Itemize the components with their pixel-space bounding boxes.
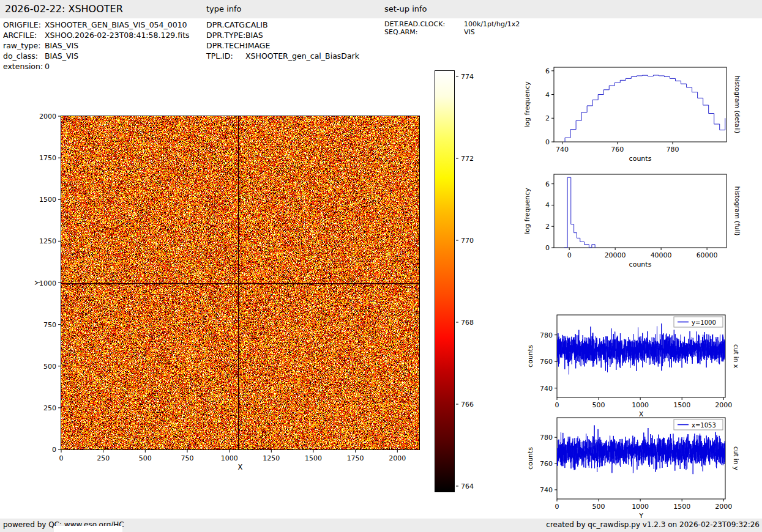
x-tick-label: 0 (555, 503, 559, 511)
y-tick-label: 500 (43, 363, 56, 371)
bias-image-canvas (61, 116, 420, 450)
colorbar (435, 70, 455, 492)
kv-key: extension: (3, 62, 45, 71)
x-tick-label: 1500 (673, 503, 690, 511)
y-tick-label: 760 (540, 358, 553, 366)
y-tick-label: 250 (43, 404, 56, 412)
kv-key: ORIGFILE: (3, 20, 45, 29)
y-tick-label: 0 (545, 138, 550, 146)
type-info-row-type: DPR.TYPE:BIAS (206, 31, 263, 40)
y-tick-label: 6 (545, 180, 550, 188)
type-info-row-catg: DPR.CATG:CALIB (206, 20, 268, 29)
kv-key: DPR.CATG: (206, 20, 245, 29)
y-tick-label: 740 (540, 385, 553, 393)
x-tick-label: 1000 (632, 401, 649, 409)
y-tick-label: 2 (545, 114, 550, 122)
x-tick-label: 0 (567, 251, 572, 259)
file-info-row-doclass: do_class:BIAS_VIS (3, 51, 78, 61)
kv-value: XSHOOTER_GEN_BIAS_VIS_054_0010 (45, 20, 187, 29)
kv-value: VIS (464, 28, 475, 36)
y-tick-label: 780 (540, 331, 553, 339)
legend-label: x=1053 (692, 422, 716, 429)
plot-frame (554, 67, 727, 142)
type-info-row-tplid: TPL.ID:XSHOOTER_gen_cal_BiasDark (206, 51, 359, 61)
colorbar-tick-label: 768 (461, 319, 474, 327)
y-tick-label: 6 (545, 67, 550, 75)
x-axis-label: X (238, 463, 243, 471)
y-tick-label: 0 (52, 446, 56, 454)
y-axis-label: counts (526, 447, 534, 470)
x-tick-label: 0 (555, 401, 559, 409)
colorbar-tick-label: 766 (461, 401, 474, 408)
x-tick-label: 760 (611, 146, 624, 153)
side-label: cut in x (733, 344, 740, 368)
footer-right: created by qc_rawdisp.py v1.2.3 on 2026-… (546, 520, 760, 529)
y-axis-label: counts (526, 345, 534, 368)
y-axis-label: Y (34, 280, 42, 286)
x-tick-label: 0 (59, 454, 64, 462)
x-tick-label: 1500 (673, 401, 690, 409)
x-tick-label: 780 (667, 146, 679, 153)
kv-value: BIAS_VIS (45, 51, 78, 61)
histogram-full-chart: 02000040000600000246countslog frequencyh… (502, 167, 753, 283)
x-tick-label: 250 (97, 454, 110, 462)
kv-key: TPL.ID: (206, 51, 245, 61)
y-tick-label: 4 (545, 91, 550, 99)
x-tick-label: 20000 (605, 251, 626, 259)
x-tick-label: 740 (556, 146, 569, 153)
cut-in-x-chart: 0500100015002000740760780Xcountscut in x… (508, 308, 753, 419)
legend-label: y=1000 (692, 319, 716, 326)
setup-info-heading: set-up info (384, 4, 427, 13)
kv-value: IMAGE (245, 41, 270, 50)
y-axis-label: log frequency (523, 81, 531, 128)
x-tick-label: 1000 (221, 454, 238, 462)
cut-in-y-chart: 0500100015002000740760780Ycountscut in y… (508, 410, 753, 522)
kv-key: raw_type: (3, 41, 45, 50)
kv-value: XSHOOTER_gen_cal_BiasDark (245, 51, 359, 61)
side-label: cut in y (733, 446, 740, 470)
kv-key: do_class: (3, 51, 45, 61)
x-tick-label: 750 (181, 454, 193, 462)
kv-value: BIAS (245, 31, 263, 40)
kv-value: XSHOO.2026-02-23T08:41:58.129.fits (45, 31, 190, 40)
white-patch (54, 526, 122, 532)
y-tick-label: 2000 (39, 113, 56, 120)
type-info-row-tech: DPR.TECH:IMAGE (206, 41, 270, 50)
x-tick-label: 2000 (715, 401, 732, 409)
x-tick-label: 60000 (697, 251, 718, 259)
y-tick-label: 740 (540, 486, 553, 494)
header-bar: 2026-02-22: XSHOOTER type info set-up in… (0, 0, 762, 18)
y-tick-label: 0 (545, 244, 550, 252)
x-tick-label: 40000 (651, 251, 672, 259)
histogram-detail-chart: 7407607800246countslog frequencyhistogra… (502, 60, 753, 176)
x-axis-label: counts (629, 260, 652, 268)
type-info-heading: type info (206, 4, 242, 13)
kv-key: ARCFILE: (3, 31, 45, 40)
x-tick-label: 2000 (389, 454, 406, 462)
y-tick-label: 780 (540, 434, 553, 441)
x-tick-label: 500 (592, 401, 605, 409)
y-tick-label: 4 (545, 201, 550, 209)
x-tick-label: 2000 (715, 503, 732, 511)
y-tick-label: 1000 (39, 279, 56, 287)
side-label: histogram (detail) (734, 76, 741, 133)
y-tick-label: 1500 (39, 196, 56, 204)
plot-frame (554, 174, 727, 248)
y-axis-label: log frequency (523, 188, 531, 234)
colorbar-tick-label: 764 (461, 482, 474, 490)
kv-key: DPR.TYPE: (206, 31, 245, 40)
file-info-row-extension: extension:0 (3, 62, 50, 71)
x-tick-label: 1000 (632, 503, 649, 511)
colorbar-tick-label: 774 (461, 73, 474, 81)
colorbar-tick-label: 770 (461, 237, 474, 245)
x-tick-label: 1500 (305, 454, 322, 462)
page-title: 2026-02-22: XSHOOTER (5, 3, 123, 15)
colorbar-tick-label: 772 (461, 155, 474, 163)
y-tick-label: 2 (545, 223, 550, 231)
y-tick-label: 1750 (39, 154, 56, 162)
kv-value: 0 (45, 62, 50, 71)
kv-value: BIAS_VIS (45, 41, 78, 50)
x-tick-label: 1750 (347, 454, 364, 462)
setup-info-row-arm: SEQ.ARM:VIS (384, 28, 475, 36)
setup-info-row-clock: DET.READ.CLOCK:100k/1pt/hg/1x2 (384, 20, 520, 28)
